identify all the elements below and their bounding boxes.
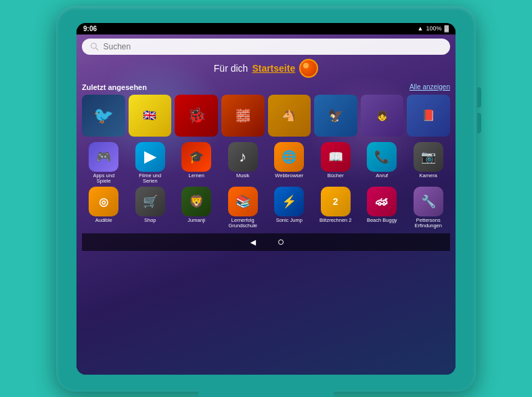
startseite-tab[interactable]: Startseite <box>252 63 295 74</box>
app-webbrowser-icon: 🌐 <box>274 142 304 172</box>
rec-item-bibi[interactable]: 🇬🇧 <box>129 95 172 137</box>
battery-indicator: 100% <box>426 25 441 32</box>
app-lernen-label: Lernen <box>189 173 204 179</box>
app-audible-label: Audible <box>95 218 112 223</box>
app-buecher-icon: 📖 <box>321 142 351 172</box>
app-pettersson-icon: 🔧 <box>414 187 443 216</box>
app-lernen[interactable]: 🎓 Lernen <box>175 142 219 185</box>
app-apps-spiele-icon: 🎮 <box>89 142 118 172</box>
volume-up-button[interactable] <box>477 87 481 108</box>
show-all-link[interactable]: Alle anzeigen <box>409 83 450 91</box>
app-blitz-label: Blitzrechnen 2 <box>319 218 352 223</box>
search-icon <box>90 42 99 51</box>
rec-item-ladybug[interactable]: 🐞 <box>175 95 218 137</box>
app-kamera[interactable]: 📷 Kamera <box>407 142 451 185</box>
recently-section-header: Zuletzt angesehen Alle anzeigen <box>82 83 450 91</box>
app-pettersson-label: Pettersons Erfindungen <box>412 218 445 229</box>
app-lernen-icon: 🎓 <box>181 142 211 172</box>
app-filme-icon: ▶ <box>135 142 165 172</box>
app-shop-label: Shop <box>144 218 156 223</box>
app-beach-icon: 🏎 <box>367 187 397 216</box>
tablet-device: 9:06 ▲ 100% ▓ Für dich Startseite <box>56 6 476 392</box>
app-sonic-label: Sonic Jump <box>276 218 303 223</box>
apps-grid: 🎮 Apps und Spiele ▶ Filme und Serien 🎓 L… <box>82 142 450 229</box>
tablet-screen: 9:06 ▲ 100% ▓ Für dich Startseite <box>76 23 456 375</box>
app-sonic-icon: ⚡ <box>274 187 304 216</box>
app-audible-icon: ◎ <box>89 187 118 216</box>
app-audible[interactable]: ◎ Audible <box>82 187 126 229</box>
bottom-navigation: ◄ <box>82 233 450 251</box>
app-blitz[interactable]: 2 Blitzrechnen 2 <box>314 187 358 229</box>
app-lernerfolg[interactable]: 📚 Lernerfolg Grundschule <box>221 187 265 229</box>
rec-item-lego[interactable]: 🧱 <box>221 95 265 137</box>
app-filme[interactable]: ▶ Filme und Serien <box>129 142 173 185</box>
app-beach[interactable]: 🏎 Beach Buggy <box>360 187 404 229</box>
app-shop-icon: 🛒 <box>135 187 165 216</box>
app-buecher[interactable]: 📖 Bücher <box>314 142 358 185</box>
status-bar: 9:06 ▲ 100% ▓ <box>76 23 456 34</box>
page-header: Für dich Startseite <box>82 59 450 78</box>
battery-icon: ▓ <box>444 25 449 32</box>
app-lernerfolg-icon: 📚 <box>228 187 258 216</box>
rec-item-book[interactable]: 📕 <box>407 95 450 137</box>
rec-item-angry-birds[interactable]: 🐦 <box>82 95 125 137</box>
app-jumanji-icon: 🦁 <box>181 187 211 216</box>
app-jumanji-label: Jumanji <box>187 218 205 223</box>
app-apps-spiele[interactable]: 🎮 Apps und Spiele <box>82 142 126 185</box>
svg-line-1 <box>95 47 97 49</box>
rec-item-bibitina[interactable]: 🐴 <box>268 95 311 137</box>
tablet-stand <box>198 389 334 398</box>
app-buecher-label: Bücher <box>328 173 344 179</box>
app-webbrowser[interactable]: 🌐 Webbrowser <box>267 142 311 185</box>
app-apps-spiele-label: Apps und Spiele <box>87 173 120 185</box>
app-anruf-icon: 📞 <box>367 142 397 172</box>
volume-down-button[interactable] <box>477 113 481 133</box>
rec-item-drei-kids[interactable]: 👧 <box>361 95 404 137</box>
app-anruf-label: Anruf <box>376 173 388 179</box>
app-musik-label: Musik <box>236 173 250 179</box>
home-screen: Für dich Startseite Zuletzt angesehen Al… <box>76 34 456 375</box>
fuer-dich-label: Für dich <box>214 63 248 74</box>
status-icons: ▲ 100% ▓ <box>417 25 449 32</box>
wifi-icon: ▲ <box>417 25 423 32</box>
app-kamera-label: Kamera <box>420 173 437 179</box>
app-musik-icon: ♪ <box>228 142 258 172</box>
clock: 9:06 <box>83 25 97 32</box>
amazon-logo <box>299 59 318 78</box>
recently-title: Zuletzt angesehen <box>82 83 147 91</box>
app-musik[interactable]: ♪ Musik <box>221 142 265 185</box>
app-beach-label: Beach Buggy <box>367 218 397 223</box>
app-filme-label: Filme und Serien <box>134 173 167 185</box>
app-pettersson[interactable]: 🔧 Pettersons Erfindungen <box>407 187 451 229</box>
app-lernerfolg-label: Lernerfolg Grundschule <box>227 218 259 229</box>
app-kamera-icon: 📷 <box>414 142 443 172</box>
recently-viewed-row: 🐦 🇬🇧 🐞 🧱 🐴 <box>82 95 450 137</box>
app-sonic[interactable]: ⚡ Sonic Jump <box>267 187 311 229</box>
search-bar[interactable] <box>82 39 450 55</box>
app-jumanji[interactable]: 🦁 Jumanji <box>175 187 219 229</box>
app-blitz-icon: 2 <box>321 187 351 216</box>
home-button[interactable] <box>278 239 284 245</box>
app-shop[interactable]: 🛒 Shop <box>129 187 173 229</box>
app-anruf[interactable]: 📞 Anruf <box>360 142 404 185</box>
app-webbrowser-label: Webbrowser <box>275 173 303 179</box>
back-button[interactable]: ◄ <box>248 237 258 248</box>
search-input[interactable] <box>103 42 442 51</box>
rec-item-gulo[interactable]: 🦅 <box>314 95 357 137</box>
